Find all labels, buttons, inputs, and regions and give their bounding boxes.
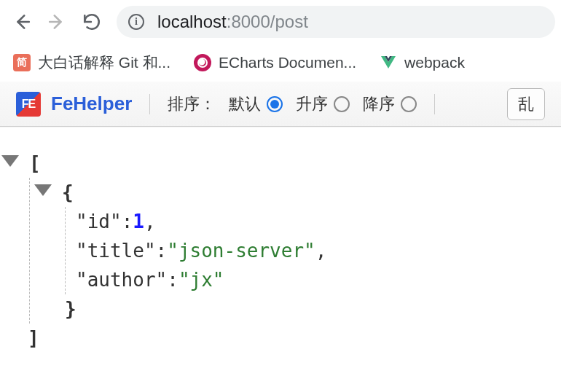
sort-radio-asc[interactable]: 升序: [296, 93, 350, 115]
sort-label: 排序：: [168, 93, 216, 115]
bracket-open: [: [29, 149, 41, 178]
json-array-body: { "id": 1, "title": "json-server", "auth…: [29, 178, 561, 324]
json-viewer: [ { "id": 1, "title": "json-server", "au…: [0, 127, 561, 353]
json-trail: ,: [315, 236, 327, 265]
favicon-echarts-icon: [194, 54, 211, 71]
back-button[interactable]: [6, 6, 38, 38]
radio-label: 降序: [363, 93, 395, 115]
fehelper-action-button[interactable]: 乱: [507, 88, 545, 120]
bookmark-item[interactable]: 简 大白话解释 Git 和...: [13, 52, 170, 73]
separator: [149, 94, 150, 114]
json-value-string: "json-server": [167, 236, 315, 265]
address-bar[interactable]: i localhost:8000/post: [117, 6, 555, 38]
site-info-icon[interactable]: i: [128, 14, 144, 30]
bookmarks-bar: 简 大白话解释 Git 和... ECharts Documen... webp…: [0, 44, 561, 82]
json-value-number: 1: [133, 207, 144, 236]
json-line[interactable]: {: [30, 178, 561, 207]
bookmark-item[interactable]: ECharts Documen...: [194, 54, 356, 71]
sort-radio-desc[interactable]: 降序: [363, 93, 417, 115]
json-kv-row[interactable]: "title": "json-server",: [66, 236, 561, 265]
brace-open: {: [62, 178, 74, 207]
bookmark-item[interactable]: webpack: [380, 54, 465, 71]
json-trail: ,: [144, 207, 156, 236]
bracket-close: ]: [28, 324, 39, 353]
bookmark-label: webpack: [404, 54, 465, 71]
brace-close: }: [65, 294, 76, 324]
collapse-caret-icon[interactable]: [34, 184, 52, 196]
json-key: "author": [76, 265, 167, 294]
radio-dot-icon: [401, 96, 417, 112]
arrow-left-icon: [12, 12, 31, 31]
radio-label: 升序: [296, 93, 328, 115]
json-key: "title": [76, 236, 156, 265]
forward-button[interactable]: [41, 6, 73, 38]
sort-radio-default[interactable]: 默认: [229, 93, 283, 115]
json-sep: :: [156, 236, 168, 265]
fehelper-logo-icon: FE: [16, 92, 41, 117]
bookmark-label: ECharts Documen...: [219, 54, 356, 71]
sort-radiogroup: 排序： 默认 升序 降序: [168, 93, 417, 115]
arrow-right-icon: [47, 12, 66, 31]
json-key: "id": [76, 207, 122, 236]
json-kv-row[interactable]: "id": 1,: [66, 207, 561, 236]
fehelper-title: FeHelper: [51, 93, 132, 115]
browser-nav-row: i localhost:8000/post: [0, 0, 561, 44]
radio-dot-icon: [267, 96, 283, 112]
json-kv-row[interactable]: "author": "jx": [66, 265, 561, 294]
separator: [434, 94, 435, 114]
favicon-jianshu-icon: 简: [13, 54, 31, 71]
json-sep: :: [122, 207, 133, 236]
json-line[interactable]: }: [30, 294, 561, 324]
json-object-body: "id": 1, "title": "json-server", "author…: [65, 207, 561, 294]
json-line[interactable]: ]: [0, 324, 561, 353]
collapse-caret-icon[interactable]: [1, 155, 19, 167]
url-host: localhost: [157, 12, 227, 32]
url-port: :8000: [227, 12, 270, 32]
json-value-string: "jx": [178, 265, 224, 294]
url-path: /post: [270, 12, 308, 32]
json-sep: :: [167, 265, 178, 294]
fehelper-toolbar: FE FeHelper 排序： 默认 升序 降序 乱: [0, 82, 561, 127]
radio-label: 默认: [229, 93, 261, 115]
bookmark-label: 大白话解释 Git 和...: [38, 52, 170, 73]
reload-button[interactable]: [76, 6, 108, 38]
reload-icon: [82, 12, 101, 31]
radio-dot-icon: [334, 96, 350, 112]
json-line[interactable]: [: [0, 149, 561, 178]
favicon-vue-icon: [380, 54, 397, 71]
